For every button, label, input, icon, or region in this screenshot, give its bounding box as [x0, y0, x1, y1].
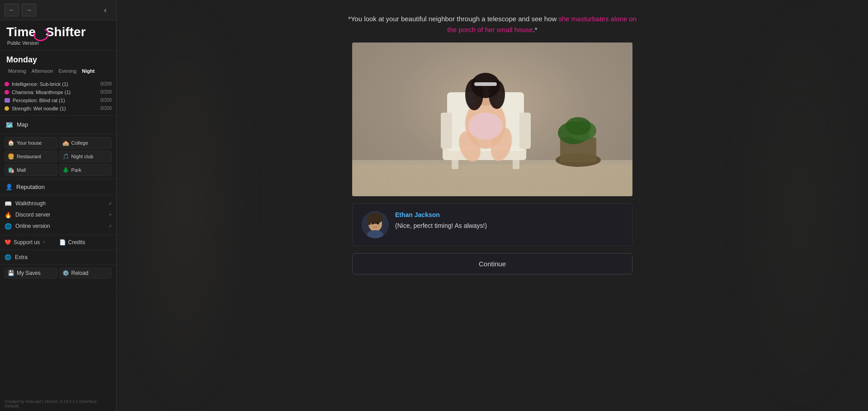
avatar-svg [362, 211, 389, 238]
reload-label: Reload [71, 270, 89, 276]
location-your-house[interactable]: 🏠 Your house [5, 137, 57, 149]
credits-label: Credits [68, 239, 85, 246]
saves-section: 💾 My Saves ⚙️ Reload [0, 265, 116, 281]
tab-afternoon[interactable]: Afternoon [30, 67, 55, 75]
sidebar: ← → ‹ TimeShifter Public Version Monday … [0, 0, 117, 411]
location-mall[interactable]: 🛍️ Mall [5, 164, 57, 176]
reputation-button[interactable]: 👤 Reputation [5, 182, 112, 192]
intelligence-value: 0/200 [100, 81, 112, 86]
perception-dot [5, 98, 10, 103]
your-house-icon: 🏠 [8, 140, 14, 146]
reputation-section: 👤 Reputation [0, 179, 116, 195]
continue-button[interactable]: Continue [352, 253, 632, 274]
college-icon: 🏫 [62, 140, 69, 146]
back-button[interactable]: ← [5, 4, 19, 16]
scene-image-inner [352, 43, 632, 196]
extra-section: 🌐 Extra [0, 250, 116, 265]
character-avatar [362, 211, 389, 238]
walkthrough-label: Walkthrough [15, 200, 46, 207]
location-park[interactable]: 🌲 Park [59, 164, 112, 176]
my-saves-label: My Saves [17, 270, 41, 276]
svg-point-16 [566, 117, 591, 135]
walkthrough-ext-icon: ↗ [108, 201, 112, 206]
mall-icon: 🛍️ [8, 167, 14, 173]
app-subtitle: Public Version [7, 40, 110, 46]
charisma-value: 0/200 [100, 90, 112, 94]
location-college[interactable]: 🏫 College [59, 137, 112, 149]
support-us-icon: ❤️ [5, 239, 11, 246]
map-button[interactable]: 🗺️ Map [5, 119, 112, 130]
support-us-label: Support us [14, 239, 40, 246]
svg-rect-31 [474, 82, 497, 86]
svg-rect-35 [368, 218, 371, 225]
map-label: Map [17, 121, 28, 128]
charisma-label: Charisma: Misanthrope (1) [12, 90, 71, 95]
dialogue-text: (Nice, perfect timing! As always!) [395, 221, 623, 231]
credits-link[interactable]: 📄 Credits [59, 238, 112, 247]
park-label: Park [71, 167, 82, 173]
online-version-link[interactable]: 🌐 Online version ↗ [5, 221, 112, 232]
discord-label: Discord server [15, 212, 50, 218]
stat-intelligence: Intelligence: Sub-brick (1) 0/200 [5, 80, 112, 88]
logo-section: TimeShifter Public Version [0, 20, 116, 51]
tab-morning[interactable]: Morning [6, 67, 28, 75]
map-icon: 🗺️ [5, 121, 13, 128]
night-club-label: Night club [71, 154, 94, 159]
svg-point-30 [468, 113, 503, 140]
day-section: Monday Morning Afternoon Evening Night [0, 51, 116, 77]
discord-icon: 🔥 [5, 212, 12, 218]
location-restaurant[interactable]: 🍔 Restaurant [5, 151, 57, 162]
dialogue-box: Ethan Jackson (Nice, perfect timing! As … [352, 203, 632, 246]
app-title: TimeShifter [6, 26, 86, 39]
perception-label: Perception: Blind rat (1) [13, 98, 65, 103]
reload-button[interactable]: ⚙️ Reload [59, 268, 112, 279]
your-house-label: Your house [17, 140, 42, 146]
tab-evening[interactable]: Evening [57, 67, 78, 75]
location-night-club[interactable]: 🎵 Night club [59, 151, 112, 162]
credits-icon: 📄 [59, 239, 66, 246]
reload-icon: ⚙️ [62, 270, 69, 276]
svg-point-38 [377, 222, 379, 225]
tab-night[interactable]: Night [80, 67, 96, 75]
online-version-ext-icon: ↗ [108, 224, 112, 229]
stats-section: Intelligence: Sub-brick (1) 0/200 Charis… [0, 77, 116, 116]
main-content: *You look at your beautiful neighbor thr… [334, 14, 651, 274]
svg-rect-22 [519, 113, 531, 149]
nav-buttons: ← → ‹ [0, 0, 116, 20]
scene-svg [352, 43, 632, 196]
narrative-after: .* [533, 26, 538, 33]
park-icon: 🌲 [62, 167, 69, 173]
walkthrough-link[interactable]: 📖 Walkthrough ↗ [5, 198, 112, 209]
my-saves-button[interactable]: 💾 My Saves [5, 268, 57, 279]
stat-charisma: Charisma: Misanthrope (1) 0/200 [5, 88, 112, 96]
mall-label: Mall [17, 167, 26, 173]
extra-label: Extra [15, 254, 28, 260]
bottom-links-section: ❤️ Support us ↗ 📄 Credits [0, 235, 116, 250]
day-label: Monday [6, 55, 110, 65]
support-us-link[interactable]: ❤️ Support us ↗ [5, 238, 57, 247]
discord-link[interactable]: 🔥 Discord server ↗ [5, 209, 112, 221]
character-name: Ethan Jackson [395, 211, 623, 218]
strength-dot [5, 106, 9, 111]
charisma-dot [5, 90, 9, 94]
stat-strength: Strength: Wet noodle (1) 0/200 [5, 104, 112, 113]
walkthrough-icon: 📖 [5, 200, 12, 207]
forward-button[interactable]: → [22, 4, 36, 16]
svg-point-37 [372, 222, 374, 225]
perception-value: 0/200 [100, 98, 112, 103]
locations-grid: 🏠 Your house 🏫 College 🍔 Restaurant 🎵 Ni… [0, 134, 116, 179]
online-version-icon: 🌐 [5, 223, 12, 230]
restaurant-icon: 🍔 [8, 153, 14, 160]
reputation-label: Reputation [16, 184, 45, 190]
map-section: 🗺️ Map [0, 116, 116, 134]
dialogue-content: Ethan Jackson (Nice, perfect timing! As … [395, 211, 623, 231]
strength-label: Strength: Wet noodle (1) [12, 106, 66, 111]
svg-rect-21 [441, 113, 452, 149]
main-content-area: *You look at your beautiful neighbor thr… [117, 0, 868, 411]
my-saves-icon: 💾 [8, 270, 14, 276]
college-label: College [71, 140, 88, 146]
intelligence-dot [5, 82, 9, 86]
support-us-ext-icon: ↗ [42, 240, 46, 245]
collapse-button[interactable]: ‹ [99, 4, 112, 16]
extra-button[interactable]: 🌐 Extra [5, 253, 112, 262]
